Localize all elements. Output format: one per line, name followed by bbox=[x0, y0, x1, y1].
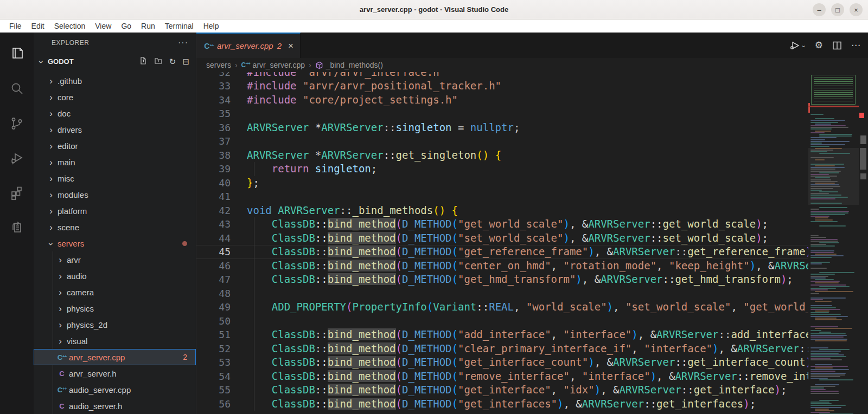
code-line-55[interactable]: 55 ClassDB::bind_method(D_METHOD("get_in… bbox=[196, 383, 808, 397]
scrollbar-slider[interactable] bbox=[860, 148, 866, 170]
tree-folder-visual[interactable]: ›visual bbox=[34, 333, 196, 349]
line-number: 54 bbox=[196, 370, 231, 384]
run-debug-icon[interactable] bbox=[0, 141, 34, 176]
code-line-45[interactable]: 45 ClassDB::bind_method(D_METHOD("get_re… bbox=[196, 245, 808, 259]
minimap[interactable] bbox=[808, 72, 859, 414]
tree-folder-core[interactable]: ›core bbox=[34, 89, 196, 105]
close-tab-icon[interactable]: × bbox=[288, 41, 293, 50]
tree-folder-platform[interactable]: ›platform bbox=[34, 203, 196, 219]
tree-folder-doc[interactable]: ›doc bbox=[34, 105, 196, 121]
tree-folder-servers[interactable]: ›servers bbox=[34, 235, 196, 251]
code-line-51[interactable]: 51 ClassDB::bind_method(D_METHOD("add_in… bbox=[196, 328, 808, 342]
line-content: #include "arvr/arvr_interface.h" bbox=[247, 72, 445, 79]
workspace-section-header[interactable]: › GODOT ↻⊟ bbox=[34, 53, 196, 69]
code-line-46[interactable]: 46 ClassDB::bind_method(D_METHOD("center… bbox=[196, 259, 808, 273]
code-line-52[interactable]: 52 ClassDB::bind_method(D_METHOD("clear_… bbox=[196, 342, 808, 356]
tree-file-audio_server-cpp[interactable]: C++audio_server.cpp bbox=[34, 381, 196, 398]
code-line-32[interactable]: 32#include "arvr/arvr_interface.h" bbox=[196, 72, 808, 79]
breadcrumb-arvr_server-cpp[interactable]: C++arvr_server.cpp bbox=[241, 61, 305, 69]
menu-view[interactable]: View bbox=[90, 20, 116, 33]
code-line-41[interactable]: 41 bbox=[196, 190, 808, 204]
tree-folder-editor[interactable]: ›editor bbox=[34, 138, 196, 154]
tree-folder-scene[interactable]: ›scene bbox=[34, 219, 196, 235]
code-line-53[interactable]: 53 ClassDB::bind_method(D_METHOD("get_in… bbox=[196, 355, 808, 370]
search-icon[interactable] bbox=[0, 72, 34, 106]
tree-folder-misc[interactable]: ›misc bbox=[34, 170, 196, 186]
window-title: arvr_server.cpp - godot - Visual Studio … bbox=[360, 5, 508, 14]
code-line-49[interactable]: 49 ADD_PROPERTY(PropertyInfo(Variant::RE… bbox=[196, 300, 808, 314]
overview-ruler[interactable] bbox=[859, 72, 868, 414]
code-line-43[interactable]: 43 ClassDB::bind_method(D_METHOD("get_wo… bbox=[196, 217, 808, 231]
breadcrumb-_bind_methods-[interactable]: _bind_methods() bbox=[315, 61, 383, 69]
document-sync-icon[interactable] bbox=[0, 210, 34, 245]
line-number: 37 bbox=[196, 134, 231, 148]
code-line-50[interactable]: 50 bbox=[196, 314, 808, 328]
code-line-36[interactable]: 36ARVRServer *ARVRServer::singleton = nu… bbox=[196, 121, 808, 135]
code-line-47[interactable]: 47 ClassDB::bind_method(D_METHOD("get_hm… bbox=[196, 273, 808, 287]
code-line-37[interactable]: 37 bbox=[196, 134, 808, 148]
new-file-button[interactable] bbox=[139, 56, 148, 66]
editor-settings-button[interactable]: ⚙ bbox=[815, 40, 823, 51]
tree-file-audio_server-h[interactable]: Caudio_server.h bbox=[34, 398, 196, 414]
explorer-icon[interactable] bbox=[0, 37, 34, 72]
source-control-icon[interactable] bbox=[0, 106, 34, 141]
collapse-folders-button[interactable]: ⊟ bbox=[182, 57, 189, 66]
line-number: 49 bbox=[196, 300, 231, 314]
tree-item-label: physics bbox=[67, 304, 94, 313]
explorer-more-actions-button[interactable]: ··· bbox=[178, 38, 188, 48]
code-line-48[interactable]: 48 bbox=[196, 287, 808, 301]
tree-item-label: audio_server.h bbox=[69, 402, 122, 411]
chevron-right-icon: › bbox=[47, 76, 55, 86]
code-line-33[interactable]: 33#include "arvr/arvr_positional_tracker… bbox=[196, 79, 808, 93]
line-number: 47 bbox=[196, 273, 231, 287]
tree-folder-audio[interactable]: ›audio bbox=[34, 268, 196, 284]
maximize-button[interactable]: □ bbox=[831, 3, 844, 16]
code-lines: 32#include "arvr/arvr_interface.h"33#inc… bbox=[196, 72, 808, 411]
menu-run[interactable]: Run bbox=[136, 20, 160, 33]
code-line-54[interactable]: 54 ClassDB::bind_method(D_METHOD("remove… bbox=[196, 370, 808, 384]
tree-file-arvr_server-h[interactable]: Carvr_server.h bbox=[34, 365, 196, 381]
close-button[interactable]: × bbox=[850, 3, 863, 16]
menu-edit[interactable]: Edit bbox=[27, 20, 49, 33]
tree-folder-camera[interactable]: ›camera bbox=[34, 284, 196, 300]
tree-folder-arvr[interactable]: ›arvr bbox=[34, 251, 196, 268]
tree-folder--github[interactable]: ›.github bbox=[34, 73, 196, 89]
main-area: EXPLORER ··· › GODOT ↻⊟ ›.github›core›do… bbox=[0, 33, 868, 414]
breadcrumb-servers[interactable]: servers bbox=[206, 61, 231, 69]
tab-arvr-server-cpp[interactable]: C++ arvr_server.cpp 2 × bbox=[196, 33, 301, 58]
code-line-40[interactable]: 40}; bbox=[196, 176, 808, 190]
code-line-39[interactable]: 39 return singleton; bbox=[196, 162, 808, 176]
code-line-44[interactable]: 44 ClassDB::bind_method(D_METHOD("set_wo… bbox=[196, 231, 808, 245]
tree-folder-physics[interactable]: ›physics bbox=[34, 300, 196, 316]
tree-item-label: audio bbox=[67, 271, 87, 281]
split-editor-button[interactable] bbox=[832, 40, 843, 51]
code-editor[interactable]: 32#include "arvr/arvr_interface.h"33#inc… bbox=[196, 72, 808, 414]
menu-go[interactable]: Go bbox=[116, 20, 136, 33]
tab-label: arvr_server.cpp bbox=[217, 41, 273, 50]
tree-folder-physics_2d[interactable]: ›physics_2d bbox=[34, 316, 196, 333]
minimize-button[interactable]: – bbox=[813, 3, 826, 16]
line-number: 44 bbox=[196, 231, 231, 245]
new-folder-button[interactable] bbox=[154, 56, 163, 66]
run-or-debug-button[interactable]: ⌄ bbox=[789, 40, 806, 51]
more-actions-button[interactable]: ⋯ bbox=[851, 40, 860, 51]
code-line-34[interactable]: 34#include "core/project_settings.h" bbox=[196, 93, 808, 107]
line-number: 39 bbox=[196, 162, 231, 176]
refresh-explorer-button[interactable]: ↻ bbox=[169, 57, 176, 66]
tree-folder-modules[interactable]: ›modules bbox=[34, 186, 196, 203]
menu-file[interactable]: File bbox=[4, 20, 27, 33]
minimap-modified-tick bbox=[808, 103, 810, 113]
line-number: 36 bbox=[196, 121, 231, 135]
tree-folder-main[interactable]: ›main bbox=[34, 154, 196, 170]
tree-folder-drivers[interactable]: ›drivers bbox=[34, 121, 196, 138]
code-line-56[interactable]: 56 ClassDB::bind_method(D_METHOD("get_in… bbox=[196, 397, 808, 411]
menu-terminal[interactable]: Terminal bbox=[160, 20, 199, 33]
code-line-38[interactable]: 38ARVRServer *ARVRServer::get_singleton(… bbox=[196, 148, 808, 163]
menu-selection[interactable]: Selection bbox=[49, 20, 91, 33]
code-line-35[interactable]: 35 bbox=[196, 107, 808, 121]
menu-help[interactable]: Help bbox=[199, 20, 224, 33]
extensions-icon[interactable] bbox=[0, 176, 34, 210]
tree-file-arvr_server-cpp[interactable]: C++arvr_server.cpp2 bbox=[34, 349, 196, 365]
line-content: ClassDB::bind_method(D_METHOD("add_inter… bbox=[247, 328, 808, 342]
code-line-42[interactable]: 42void ARVRServer::_bind_methods() { bbox=[196, 204, 808, 218]
